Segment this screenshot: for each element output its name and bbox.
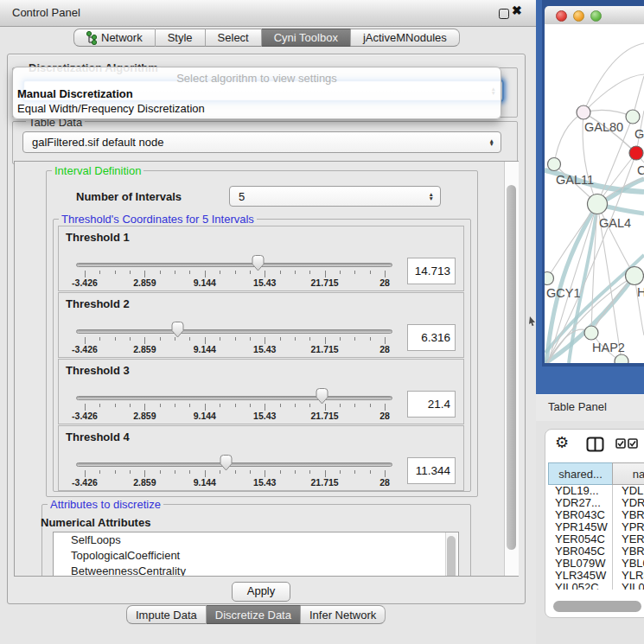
tab-jactivemnodules[interactable]: jActiveMNodules (351, 29, 460, 47)
cell-shared-name[interactable]: YBL079W (548, 558, 612, 570)
slider-tick (189, 337, 190, 341)
attribute-list-item[interactable]: TopologicalCoefficient (54, 548, 458, 564)
bottom-tab-infer-network[interactable]: Infer Network (301, 605, 386, 624)
close-traffic-light[interactable] (556, 10, 567, 22)
combo-arrows-icon: ▲▼ (489, 138, 494, 146)
gear-icon[interactable]: ⚙ (555, 433, 569, 452)
cell-name[interactable]: YPR145W (612, 521, 644, 533)
network-node-H[interactable] (626, 267, 644, 285)
network-node-unlabeled[interactable] (615, 354, 628, 363)
table-row[interactable]: YDR27...YDR27... (548, 497, 644, 509)
network-node-GAL80[interactable] (577, 105, 590, 119)
split-columns-icon[interactable] (586, 437, 604, 452)
threshold-value-field[interactable] (407, 258, 456, 284)
column-header-shared-name[interactable]: shared... (548, 462, 613, 485)
cell-shared-name[interactable]: YPR145W (548, 521, 612, 533)
cell-shared-name[interactable]: YDR27... (548, 497, 612, 509)
column-header-name[interactable]: name (612, 462, 644, 485)
tab-cyni-toolbox[interactable]: Cyni Toolbox (262, 29, 351, 47)
table-row[interactable]: YLR345WYLR345W (548, 570, 644, 582)
threshold-value-field[interactable] (407, 457, 456, 484)
network-edge[interactable] (554, 112, 583, 164)
cell-name[interactable]: YDR27... (612, 497, 644, 509)
cell-name[interactable]: YLR345W (612, 570, 644, 582)
tab-label: jActiveMNodules (363, 29, 447, 47)
slider-tick (189, 404, 190, 407)
zoom-traffic-light[interactable] (590, 10, 602, 22)
attributes-scrollbar-thumb[interactable] (447, 536, 456, 577)
cell-shared-name[interactable]: YIL052C (548, 582, 612, 590)
slider-tick (280, 337, 281, 341)
slider-tick (99, 337, 100, 341)
attributes-list-scrollbar[interactable] (445, 532, 457, 577)
table-row[interactable]: YER054CYER054C (548, 533, 644, 545)
bottom-tab-discretize-data[interactable]: Discretize Data (207, 605, 301, 624)
slider-thumb[interactable] (252, 255, 265, 271)
slider-tick-label: 21.715 (304, 477, 346, 488)
cell-name[interactable]: YBR045C (612, 545, 644, 558)
table-row[interactable]: YIL052CYIL052C (548, 582, 644, 590)
popup-item-manual-discretization[interactable]: Manual Discretization (17, 87, 133, 100)
table-row[interactable]: YBR045CYBR045C (548, 545, 644, 558)
top-tab-strip: NetworkStyleSelectCyni ToolboxjActiveMNo… (73, 29, 460, 47)
cell-shared-name[interactable]: YBR045C (548, 545, 612, 558)
network-edge[interactable] (583, 43, 644, 112)
cell-shared-name[interactable]: YLR345W (548, 570, 612, 582)
table-row[interactable]: YDL19...YDL19... (548, 485, 644, 497)
tab-network[interactable]: Network (73, 29, 156, 47)
table-row[interactable]: YBL079WYBL079W (548, 558, 644, 570)
number-of-intervals-combobox[interactable]: 5 ▲▼ (229, 186, 441, 207)
slider-tick (189, 271, 190, 274)
network-edge[interactable] (547, 204, 597, 278)
network-edge[interactable] (583, 110, 633, 117)
popup-prompt-item[interactable]: Select algorithm to view settings (13, 72, 501, 85)
tab-select[interactable]: Select (206, 29, 262, 47)
tab-style[interactable]: Style (156, 29, 206, 47)
table-row[interactable]: YPR145WYPR145W (548, 521, 644, 533)
slider-thumb[interactable] (171, 322, 184, 338)
close-icon[interactable]: ✖ (512, 3, 522, 17)
attribute-list-item[interactable]: BetweennessCentrality (54, 564, 458, 577)
attribute-list-item[interactable]: SelfLoops (54, 532, 458, 548)
cell-name[interactable]: YIL052C (612, 582, 644, 590)
apply-button[interactable]: Apply (232, 582, 290, 602)
cell-name[interactable]: YDL19... (612, 485, 644, 497)
window-title: Control Panel (12, 6, 80, 19)
network-canvas[interactable]: GAL80GACGAL11GAL4GCY1HHAP2 (545, 24, 644, 363)
network-node-HAP2[interactable] (584, 326, 598, 340)
slider-track[interactable] (76, 462, 392, 467)
threshold-value-field[interactable] (407, 391, 456, 418)
settings-scrollbar[interactable] (504, 162, 519, 576)
table-row[interactable]: YBR043CYBR043C (548, 509, 644, 521)
slider-track[interactable] (76, 396, 392, 400)
slider-thumb[interactable] (220, 455, 233, 471)
popup-item-equal-width[interactable]: Equal Width/Frequency Discretization (17, 102, 205, 115)
slider-track[interactable] (76, 329, 392, 334)
slider-tick (115, 470, 116, 474)
slider-tick (265, 337, 265, 344)
network-node-GCY1[interactable] (545, 272, 554, 285)
bottom-tab-impute-data[interactable]: Impute Data (126, 605, 207, 624)
float-window-icon[interactable] (499, 9, 509, 19)
network-node-GAL4[interactable] (588, 194, 608, 214)
checkbox-icon[interactable] (628, 438, 638, 449)
checkbox-icon[interactable] (615, 438, 626, 449)
cell-shared-name[interactable]: YBR043C (548, 509, 612, 521)
settings-scrollbar-thumb[interactable] (507, 185, 516, 550)
network-node-GA[interactable] (626, 110, 640, 124)
threshold-value-field[interactable] (407, 324, 456, 351)
network-node-C[interactable] (629, 146, 643, 160)
cell-name[interactable]: YER054C (612, 533, 644, 545)
table-hscrollbar-thumb[interactable] (553, 601, 641, 612)
network-node-GAL11[interactable] (548, 158, 561, 171)
cell-name[interactable]: YBL079W (612, 558, 644, 570)
slider-thumb[interactable] (316, 388, 328, 405)
slider-track[interactable] (76, 263, 392, 267)
minimize-traffic-light[interactable] (573, 10, 584, 22)
slider-tick (235, 470, 236, 474)
cell-name[interactable]: YBR043C (612, 509, 644, 521)
table-data-combobox[interactable]: galFiltered.sif default node ▲▼ (22, 131, 501, 153)
cell-shared-name[interactable]: YER054C (548, 533, 612, 545)
cell-shared-name[interactable]: YDL19... (548, 485, 612, 497)
numerical-attributes-list[interactable]: SelfLoopsTopologicalCoefficientBetweenne… (53, 532, 459, 577)
